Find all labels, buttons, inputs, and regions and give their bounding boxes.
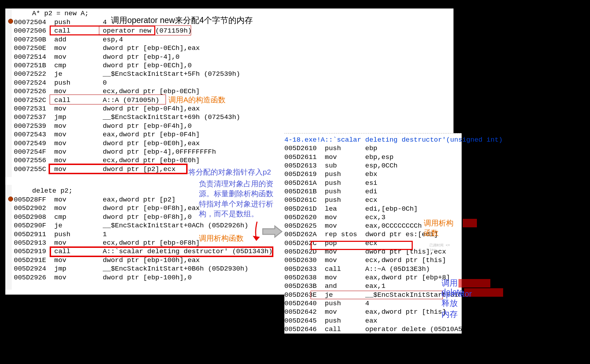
anno-storep2: 将分配的对象指针存入p2 xyxy=(188,167,271,177)
anno-calldtor2: 调用析构函数 xyxy=(424,218,453,238)
asm-side-line: 005D2633 call A::~A (05D13E3h) xyxy=(284,265,462,273)
hl-operator-delete xyxy=(311,291,443,299)
asm-side-block: 005D2610 push ebp005D2611 mov ebp,esp005… xyxy=(284,144,462,334)
asm-del-line: 005D28FF mov eax,dword ptr [p2] xyxy=(14,195,176,204)
asm-del-line: 005D2908 cmp dword ptr [ebp-0F8h],0 xyxy=(14,213,192,221)
asm-side-line: 005D2619 push ebx xyxy=(284,170,462,178)
source-line-2: delete p2; xyxy=(16,187,73,195)
asm-new-line: 00072549 mov dword ptr [ebp-0E0h],eax xyxy=(14,139,200,148)
anno-explain-text: 负责清理对象占用的资源。标量删除析构函数特指对单个对象进行析构，而不是数组。 xyxy=(199,180,273,218)
gutter-top xyxy=(5,8,12,177)
asm-del-line: 005D2911 push 1 xyxy=(14,230,107,239)
asm-side-line: 005D2613 sub esp,0CCh xyxy=(284,161,462,170)
asm-del-line: 005D2913 mov ecx,dword ptr [ebp-0F8h] xyxy=(14,239,200,247)
asm-side-line: 005D2645 push eax xyxy=(284,317,462,325)
asm-side-line: 005D261B push edi xyxy=(284,187,462,196)
arrow-right xyxy=(262,224,283,239)
asm-del-line: 005D2926 mov dword ptr [ebp-100h],0 xyxy=(14,273,192,282)
breakpoint-2[interactable] xyxy=(8,197,13,201)
page-background: A* p2 = new A; 调用operator new来分配4个字节的内存 … xyxy=(5,8,453,295)
asm-side-line: 005D2638 mov eax,dword ptr [ebp+8] xyxy=(284,273,462,282)
hl-call-ctor xyxy=(50,95,166,104)
asm-new-line: 0007250E mov dword ptr [ebp-0ECh],eax xyxy=(14,44,200,52)
asm-new-line: 0007251B cmp dword ptr [ebp-0ECh],0 xyxy=(14,61,192,70)
asm-new-line: 00072543 mov eax,dword ptr [ebp-0F4h] xyxy=(14,130,200,139)
asm-side-line: 005D2611 mov ebp,esp xyxy=(284,153,462,161)
hl-operator-new-text xyxy=(99,25,191,35)
anno-calldtor: 调用析构函数 xyxy=(199,233,244,243)
asm-del-line: 005D290F je __$EncStackInitStart+0ACh (0… xyxy=(14,221,248,230)
asm-side-line: 005D261C push ecx xyxy=(284,196,462,204)
asm-new-line: 00072539 mov dword ptr [ebp-0F4h],0 xyxy=(14,122,192,130)
asm-side-line: 005D2646 call operator delete (05D10A5h) xyxy=(284,325,462,334)
breakpoint-1[interactable] xyxy=(8,19,13,24)
asm-new-line: 00072522 je __$EncStackInitStart+5Fh (07… xyxy=(14,70,240,78)
comment-new: 调用operator new来分配4个字节的内存 xyxy=(111,15,253,26)
asm-side-line: 005D2610 push ebp xyxy=(284,144,462,153)
asm-new-line: 00072524 push 0 xyxy=(14,79,107,87)
side-title: 4-18.exe!A::`scalar deleting destructor'… xyxy=(284,136,462,144)
source-line-1: A* p2 = new A; xyxy=(16,9,89,18)
asm-side-line: 005D2640 push 4 xyxy=(284,299,462,308)
asm-side-line: 005D261A push esi xyxy=(284,179,462,187)
hl-call-dtor-a xyxy=(311,241,413,250)
asm-side-line: 005D261D lea edi,[ebp-0Ch] xyxy=(284,205,462,213)
asm-new-line: 00072537 jmp __$EncStackInitStart+69h (0… xyxy=(14,113,240,121)
asm-side-line: 005D263B and eax,1 xyxy=(284,282,462,290)
anno-calldtor2-bg xyxy=(463,219,477,227)
asm-new-line: 00072514 mov dword ptr [ebp-4],0 xyxy=(14,53,179,61)
asm-new-line: 0007254F mov dword ptr [ebp-4],0FFFFFFFF… xyxy=(14,148,216,156)
asm-del-line: 005D2902 mov dword ptr [ebp-0F8h],eax xyxy=(14,204,200,212)
anno-explain: 负责清理对象占用的资源。标量删除析构函数特指对单个对象进行析构，而不是数组。 xyxy=(199,179,280,219)
asm-new-line: 00072531 mov dword ptr [ebp-0F4h],eax xyxy=(14,104,200,113)
anno-opdelete2: delete释放内存 xyxy=(441,287,464,320)
asm-del-line: 005D291E mov dword ptr [ebp-100h],eax xyxy=(14,256,200,265)
asm-new-line: 0007250B add esp,4 xyxy=(14,35,123,44)
asm-side-line: 005D2642 mov eax,dword ptr [this] xyxy=(284,308,462,316)
asm-side-line: 005D2630 mov ecx,dword ptr [this] xyxy=(284,256,462,265)
anno-ctor: 调用A的构造函数 xyxy=(168,95,226,105)
hl-scalar-dtor xyxy=(50,246,273,257)
watermark: 已调时间 <= 1ms xyxy=(429,244,453,253)
asm-del-line: 005D2924 jmp __$EncStackInitStart+0B6h (… xyxy=(14,265,248,273)
hl-store-p2 xyxy=(49,164,188,174)
